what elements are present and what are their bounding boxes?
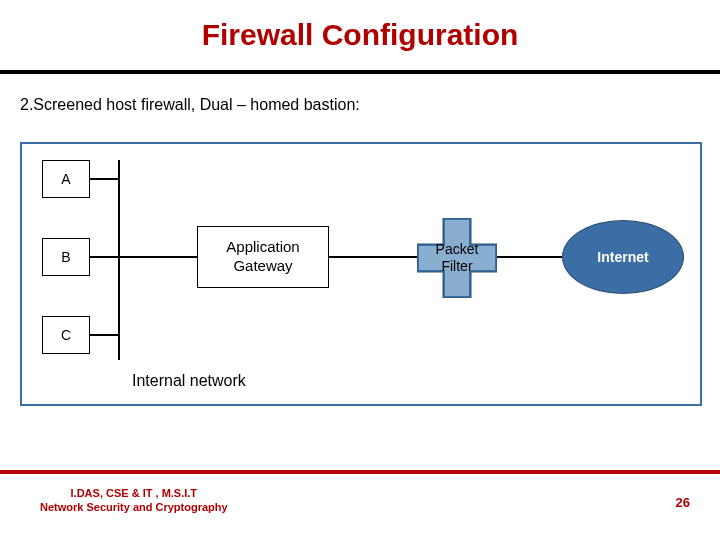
title-underline: [0, 70, 720, 74]
application-gateway-box: Application Gateway: [197, 226, 329, 288]
host-c-stub: [90, 334, 118, 336]
bus-to-gateway-line: [120, 256, 197, 258]
page-number: 26: [676, 495, 690, 510]
slide-subtitle: 2.Screened host firewall, Dual – homed b…: [20, 96, 360, 114]
packet-filter-box: Packet Filter: [417, 218, 497, 298]
host-b-box: B: [42, 238, 90, 276]
network-bus: [118, 160, 120, 360]
host-a-label: A: [61, 171, 70, 187]
internet-label: Internet: [597, 249, 648, 265]
diagram-frame: A B C Application Gateway Packet Filter …: [20, 142, 702, 406]
slide-title: Firewall Configuration: [0, 18, 720, 52]
packet-filter-label: Packet Filter: [436, 241, 479, 275]
footer-line2: Network Security and Cryptography: [40, 500, 228, 514]
host-c-label: C: [61, 327, 71, 343]
host-b-stub: [90, 256, 118, 258]
host-c-box: C: [42, 316, 90, 354]
application-gateway-label: Application Gateway: [226, 238, 299, 276]
internet-node: Internet: [562, 220, 684, 294]
filter-to-internet-line: [497, 256, 567, 258]
footer-divider: [0, 470, 720, 474]
footer-credits: I.DAS, CSE & IT , M.S.I.T Network Securi…: [40, 486, 228, 515]
gateway-to-filter-line: [329, 256, 425, 258]
host-a-stub: [90, 178, 118, 180]
footer-line1: I.DAS, CSE & IT , M.S.I.T: [40, 486, 228, 500]
host-a-box: A: [42, 160, 90, 198]
internal-network-label: Internal network: [132, 372, 246, 390]
host-b-label: B: [61, 249, 70, 265]
